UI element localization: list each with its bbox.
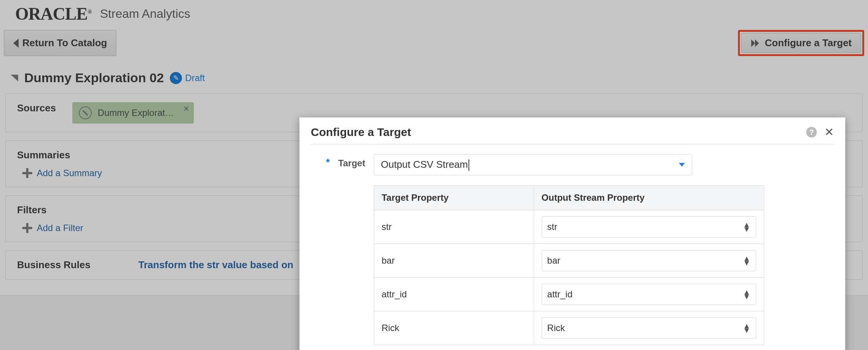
chevron-left-icon [13, 39, 19, 48]
target-property-cell: bar [374, 244, 534, 278]
collapse-triangle-icon[interactable] [11, 75, 18, 81]
table-row: Rick Rick ▲▼ [374, 311, 764, 345]
select-value: bar [547, 255, 561, 266]
output-property-select[interactable]: str ▲▼ [542, 216, 756, 238]
registered-mark: ® [88, 8, 92, 15]
configure-label: Configure a Target [765, 37, 852, 49]
target-field-label: Target [338, 158, 365, 345]
plus-icon [22, 168, 32, 178]
oracle-logo: ORACLE® [15, 4, 92, 24]
select-value: Rick [547, 323, 565, 333]
select-value: attr_id [547, 289, 573, 300]
summaries-label: Summaries [17, 149, 70, 161]
draft-label: Draft [185, 73, 205, 83]
target-value: Output CSV Stream [381, 159, 468, 170]
sources-label: Sources [17, 102, 70, 114]
select-caret-icon: ▲▼ [743, 323, 750, 333]
logo-text: ORACLE [15, 4, 88, 23]
highlight-annotation: Configure a Target [738, 30, 864, 56]
return-to-catalog-button[interactable]: Return To Catalog [4, 30, 116, 56]
toolbar: Return To Catalog Configure a Target [0, 30, 868, 61]
table-row: bar bar ▲▼ [374, 244, 764, 278]
add-filter-label: Add a Filter [37, 223, 83, 233]
app-header: ORACLE® Stream Analytics [0, 0, 868, 30]
col-output-stream-property: Output Stream Property [534, 186, 764, 210]
plus-icon [22, 223, 32, 233]
app-title: Stream Analytics [100, 7, 190, 21]
add-summary-label: Add a Summary [37, 168, 102, 178]
dropdown-caret-icon [679, 163, 685, 167]
modal-header: Configure a Target ? ✕ [311, 126, 834, 144]
select-caret-icon: ▲▼ [743, 256, 750, 265]
draft-badge[interactable]: ✎ Draft [170, 72, 205, 84]
target-property-cell: attr_id [374, 278, 534, 311]
close-icon[interactable]: ✕ [183, 104, 190, 113]
select-caret-icon: ▲▼ [743, 222, 750, 231]
select-caret-icon: ▲▼ [743, 290, 750, 299]
output-property-select[interactable]: attr_id ▲▼ [542, 284, 756, 305]
table-row: attr_id attr_id ▲▼ [374, 278, 764, 311]
return-label: Return To Catalog [22, 37, 107, 49]
source-chip-text: Dummy Explorat… [98, 108, 174, 118]
modal-body: * Target Output CSV Stream Target Proper… [311, 144, 834, 345]
business-rules-label: Business Rules [17, 259, 116, 271]
table-row: str str ▲▼ [374, 210, 764, 244]
target-property-cell: Rick [374, 311, 534, 345]
property-mapping-table: Target Property Output Stream Property s… [374, 185, 764, 345]
configure-target-button[interactable]: Configure a Target [741, 33, 861, 53]
text-cursor [468, 159, 469, 171]
output-property-select[interactable]: Rick ▲▼ [542, 317, 756, 339]
transform-rule-link[interactable]: Transform the str value based on [138, 259, 293, 271]
configure-target-modal: Configure a Target ? ✕ * Target Output C… [299, 117, 845, 350]
exploration-title-row: Dummy Exploration 02 ✎ Draft [5, 67, 863, 94]
source-chip[interactable]: Dummy Explorat… ✕ [72, 102, 194, 123]
required-indicator: * [326, 156, 330, 345]
exploration-title: Dummy Exploration 02 [24, 70, 164, 85]
select-value: str [547, 222, 558, 232]
compass-icon [79, 106, 92, 119]
filters-label: Filters [17, 204, 70, 216]
output-property-select[interactable]: bar ▲▼ [542, 250, 756, 271]
help-icon[interactable]: ? [806, 127, 817, 138]
pencil-icon: ✎ [170, 72, 182, 84]
double-chevron-right-icon [750, 38, 761, 48]
modal-title: Configure a Target [311, 126, 411, 139]
col-target-property: Target Property [374, 186, 534, 210]
target-combobox[interactable]: Output CSV Stream [374, 154, 692, 175]
target-property-cell: str [374, 210, 534, 244]
close-icon[interactable]: ✕ [824, 127, 834, 138]
